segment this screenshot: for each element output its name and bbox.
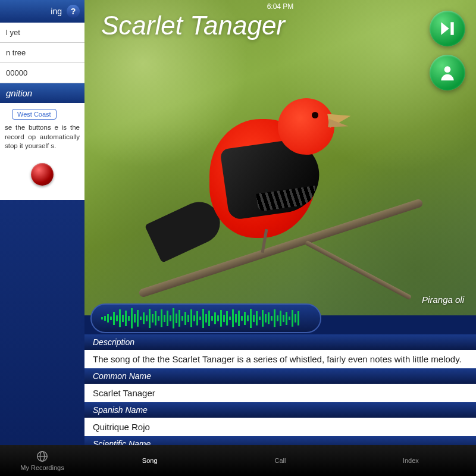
sidebar-header: ing ? bbox=[0, 0, 84, 23]
status-time: 6:04 PM bbox=[267, 2, 294, 11]
tab-index[interactable]: Index bbox=[346, 445, 476, 476]
skip-forward-icon bbox=[438, 19, 457, 38]
svg-point-0 bbox=[444, 66, 451, 73]
sidebar-help-text: se the buttons e is the record op automa… bbox=[0, 120, 84, 155]
sidebar-row[interactable]: l yet bbox=[0, 23, 84, 43]
sidebar-header-label: ing bbox=[51, 7, 62, 16]
info-header: Description bbox=[84, 334, 476, 350]
info-value: The song of the the Scarlet Tanager is a… bbox=[84, 350, 476, 368]
sidebar: ing ? l yet n tree 00000 gnition West Co… bbox=[0, 0, 84, 476]
tab-label: Song bbox=[142, 457, 158, 464]
globe-icon bbox=[36, 450, 49, 463]
person-icon bbox=[438, 63, 457, 82]
region-chip[interactable]: West Coast bbox=[12, 109, 57, 120]
waveform-player[interactable] bbox=[90, 303, 321, 333]
help-button[interactable]: ? bbox=[67, 5, 80, 18]
latin-name: Piranga oli bbox=[422, 295, 464, 305]
tab-call[interactable]: Call bbox=[215, 445, 345, 476]
tab-label: My Recordings bbox=[20, 464, 64, 471]
info-panel: Description The song of the the Scarlet … bbox=[84, 334, 476, 445]
record-button[interactable] bbox=[31, 163, 54, 186]
info-header: Common Name bbox=[84, 368, 476, 384]
next-button[interactable] bbox=[430, 11, 465, 46]
tab-label: Index bbox=[403, 457, 419, 464]
share-button[interactable] bbox=[430, 55, 465, 90]
sidebar-chip-row: West Coast bbox=[0, 103, 84, 120]
hero-image: 6:04 PM Scarlet Tanager Piranga oli bbox=[84, 0, 476, 315]
tab-song[interactable]: Song bbox=[84, 445, 215, 476]
info-header: Spanish Name bbox=[84, 402, 476, 418]
tab-my-recordings[interactable]: My Recordings bbox=[0, 445, 84, 476]
info-header: Scientific Name bbox=[84, 436, 476, 445]
tab-bar: My Recordings Song Call Index bbox=[0, 445, 476, 476]
record-area bbox=[0, 155, 84, 200]
tab-label: Call bbox=[275, 457, 286, 464]
bird-illustration bbox=[156, 65, 382, 280]
bird-title: Scarlet Tanager bbox=[101, 11, 285, 40]
sidebar-section-header: gnition bbox=[0, 83, 84, 103]
info-value: Quitrique Rojo bbox=[84, 418, 476, 436]
info-value: Scarlet Tanager bbox=[84, 384, 476, 402]
sidebar-row[interactable]: 00000 bbox=[0, 63, 84, 83]
sidebar-list: l yet n tree 00000 bbox=[0, 23, 84, 83]
hero-action-buttons bbox=[430, 11, 465, 90]
sidebar-row[interactable]: n tree bbox=[0, 43, 84, 63]
waveform-bars bbox=[101, 308, 311, 329]
